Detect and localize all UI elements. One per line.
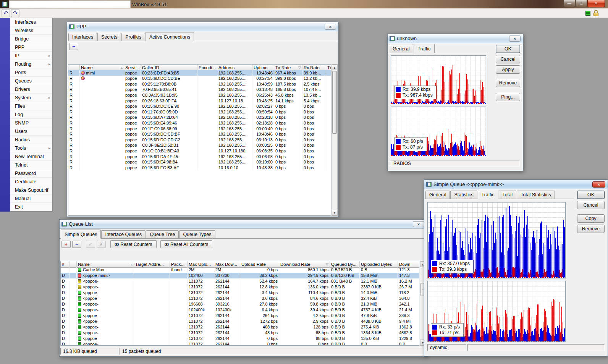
minimize-icon[interactable]: — xyxy=(564,0,575,7)
scroll-down-icon[interactable]: ▼ xyxy=(332,210,337,215)
ppp-connection-row[interactable]: Rpppoe00:15:6D:E4:99:46192.168.255....02… xyxy=(68,120,331,126)
ppp-connection-row[interactable]: Rpppoe00:15:6D:DC:CE:90192.168.255....02… xyxy=(68,104,331,109)
ppp-connection-row[interactable]: Rpppoe00:15:6D:E4:98:B4192.168.255....00… xyxy=(68,159,331,165)
simple-queue-tab-traffic[interactable]: Traffic xyxy=(478,190,498,199)
redo-icon[interactable]: ↷ xyxy=(11,9,19,17)
sidebar-item-log[interactable]: Log xyxy=(10,110,52,119)
simple-queue-cancel-button[interactable]: Cancel xyxy=(577,201,605,209)
unknown-apply-button[interactable]: Apply xyxy=(496,65,520,74)
unknown-cancel-button[interactable]: Cancel xyxy=(496,55,520,63)
ppp-connection-row[interactable]: Rpppoe70:F3:95:B0:65:41192.168.255....00… xyxy=(68,87,331,92)
close-icon[interactable]: × xyxy=(509,36,521,42)
unknown-tab-general[interactable]: General xyxy=(389,45,413,53)
queue-row[interactable]: D<pppoe-13107226214412.8 kbps136.0 kbps0… xyxy=(61,284,419,290)
maximize-icon[interactable]: □ xyxy=(576,0,587,7)
close-icon[interactable]: × xyxy=(587,0,605,7)
queue-row[interactable]: Cache Maxthund...2M2M0 bps860.1 kbps0 B/… xyxy=(61,267,419,273)
sidebar-item-make-supout-rif[interactable]: Make Supout.rif xyxy=(10,186,52,194)
queue-list-titlebar[interactable]: Queue List × xyxy=(60,220,427,229)
enable-icon[interactable]: ✓ xyxy=(86,241,95,248)
ppp-connection-row[interactable]: Rpppoe00:15:6D:DC:CD:C2192.168.255....03… xyxy=(68,137,331,143)
sidebar-item-routing[interactable]: Routing▸ xyxy=(10,60,52,68)
queue-row[interactable]: D<pppoe-131072262144264 bps4.2 kbps0 B/0… xyxy=(61,313,419,319)
sidebar-item-tools[interactable]: Tools▸ xyxy=(10,144,52,152)
queue-list-tab-simple-queues[interactable]: Simple Queues xyxy=(61,230,101,239)
sidebar-item-drivers[interactable]: Drivers xyxy=(10,85,52,94)
sidebar-item-bridge[interactable]: Bridge xyxy=(10,35,52,43)
ppp-connection-row[interactable]: Rpppoe00:25:11:70:B8:0B192.168.255....10… xyxy=(68,81,331,87)
ppp-connection-row[interactable]: Rpppoe00:26:18:63:0F:FA10.127.10.1810:43… xyxy=(68,98,331,104)
ppp-tab-secrets[interactable]: Secrets xyxy=(97,33,121,41)
sidebar-item-snmp[interactable]: SNMP xyxy=(10,119,52,127)
simple-queue-tab-total[interactable]: Total xyxy=(499,191,516,199)
ppp-connection-row[interactable]: Rpppoe00:15:6D:EC:B3:AF10.16.0.1010:43:3… xyxy=(68,165,331,171)
queue-list-tab-interface-queues[interactable]: Interface Queues xyxy=(101,230,146,239)
queue-list-tab-queue-types[interactable]: Queue Types xyxy=(179,230,215,239)
sidebar-item-certificate[interactable]: Certificate xyxy=(10,178,52,186)
sidebar-item-system[interactable]: System▸ xyxy=(10,94,52,102)
ppp-connection-row[interactable]: Rpppoe00:1C:C0:B1:BE:A310.127.10.18006:0… xyxy=(68,148,331,154)
ppp-tab-interfaces[interactable]: Interfaces xyxy=(68,33,97,41)
queue-row[interactable]: D<pppoe-13107226214452.4 kbps164.7 kbps8… xyxy=(61,278,419,284)
scroll-thumb[interactable] xyxy=(332,71,337,134)
ppp-connection-row[interactable]: Rpppoe00:15:6D:DA:4F:45192.168.255....00… xyxy=(68,154,331,160)
remove-icon[interactable]: − xyxy=(72,241,81,248)
add-icon[interactable]: + xyxy=(61,241,71,248)
ppp-connection-row[interactable]: Rpppoe00:1E:C9:06:38:99192.168.255....00… xyxy=(68,126,331,132)
sidebar-item-exit[interactable]: Exit xyxy=(10,203,52,211)
queue-row[interactable]: D<pppoe-1310722621441272 bps2.9 kbps0 B/… xyxy=(61,319,419,324)
sidebar-item-ports[interactable]: Ports xyxy=(10,68,52,77)
unknown-ok-button[interactable]: OK xyxy=(496,45,520,53)
sidebar-item-files[interactable]: Files xyxy=(10,102,52,110)
reset-all-counters-button[interactable]: 00 Reset All Counters xyxy=(160,240,213,248)
unknown-tab-traffic[interactable]: Traffic xyxy=(414,44,434,53)
simple-queue-ok-button[interactable]: OK xyxy=(577,191,605,199)
sidebar-item-interfaces[interactable]: Interfaces xyxy=(10,18,52,26)
queue-row[interactable]: D<pppoe-131072262144408 bps128 bps0 B/0 … xyxy=(61,324,419,330)
ppp-connection-row[interactable]: Rpppoe00:15:6D:DC:CD:BF192.168.255....10… xyxy=(68,131,331,137)
sidebar-item-radius[interactable]: Radius xyxy=(10,136,52,144)
reset-counters-button[interactable]: 00 Reset Counters xyxy=(110,240,157,248)
ppp-connection-row[interactable]: Rmimipppoe00:23:CD:FD:A3:B5192.168.255..… xyxy=(68,70,331,76)
simple-queue-tab-general[interactable]: General xyxy=(425,191,450,199)
undo-icon[interactable]: ↶ xyxy=(2,9,10,17)
sidebar-item-password[interactable]: Password xyxy=(10,169,52,178)
queue-list-tab-queue-tree[interactable]: Queue Tree xyxy=(146,230,179,239)
queue-row[interactable]: D<pppoe-19660839321627.8 kbps59.8 kbps0 … xyxy=(61,301,419,307)
simple-queue-copy-button[interactable]: Copy xyxy=(577,214,605,223)
sidebar-item-ip[interactable]: IP▸ xyxy=(10,52,52,60)
scroll-up-icon[interactable]: ▲ xyxy=(332,65,337,70)
ppp-connection-row[interactable]: RpppoeC8:3A:35:03:1B:95192.168.255....06… xyxy=(68,92,331,98)
simple-queue-remove-button[interactable]: Remove xyxy=(577,225,605,233)
simple-queue-titlebar[interactable]: Simple Queue <<pppoe-mimi>> × xyxy=(424,180,608,189)
queue-row[interactable]: D<pppoe-1310722621443.6 kbps84.6 kbps0 B… xyxy=(61,296,419,301)
unknown-remove-button[interactable]: Remove xyxy=(496,79,520,87)
queue-row[interactable]: D<pppoe-102400k102400k6.4 kbps39.4 kbps0… xyxy=(61,307,419,313)
ppp-connection-row[interactable]: Rpppoe00:11:7C:0C:05:0D192.168.255....00… xyxy=(68,109,331,115)
sidebar-item-new-terminal[interactable]: New Terminal xyxy=(10,152,52,161)
ppp-connection-row[interactable]: RpppoeC0:3F:0E:2D:52:B1192.168.255....00… xyxy=(68,142,331,148)
ppp-connection-row[interactable]: Rpppoe00:15:6D:A7:2D:64192.168.255....02… xyxy=(68,115,331,120)
remove-icon[interactable]: − xyxy=(69,43,78,50)
sidebar-item-queues[interactable]: Queues xyxy=(10,77,52,85)
unknown-ping-button[interactable]: Ping... xyxy=(496,93,520,101)
sidebar-item-telnet[interactable]: Telnet xyxy=(10,161,52,169)
sidebar-item-ppp[interactable]: PPP xyxy=(10,43,52,52)
close-icon[interactable]: × xyxy=(413,221,424,227)
close-icon[interactable]: × xyxy=(325,24,336,30)
sidebar-item-users[interactable]: Users xyxy=(10,127,52,136)
queue-row[interactable]: D<pppoe-1310722621440 bps88 bps0 B/0 B13… xyxy=(61,336,419,341)
simple-queue-tab-total-statistics[interactable]: Total Statistics xyxy=(517,191,555,199)
sidebar-item-manual[interactable]: Manual xyxy=(10,194,52,203)
ppp-tab-active-connections[interactable]: Active Connections xyxy=(146,32,194,41)
close-icon[interactable]: × xyxy=(592,181,605,188)
ppp-connection-row[interactable]: Rpppoe00:15:6D:DC:CD:BE192.168.255....00… xyxy=(68,76,331,81)
ppp-table-scrollbar[interactable]: ▲ ▼ xyxy=(331,64,338,216)
queue-row[interactable]: D<pppoe-13107226214448 bps88 bps0 B/0 B1… xyxy=(61,330,419,336)
ppp-tab-profiles[interactable]: Profiles xyxy=(121,33,145,41)
queue-row[interactable]: D<pppoe-1310722621443.4 kbps110.4 kbps0 … xyxy=(61,290,419,296)
unknown-titlebar[interactable]: unknown × xyxy=(388,34,523,43)
ppp-titlebar[interactable]: PPP × xyxy=(67,22,338,31)
queue-row[interactable]: D<pppoe-mimi>10240030720038.2 kbps294.9 … xyxy=(61,273,419,278)
simple-queue-tab-statistics[interactable]: Statistics xyxy=(450,191,477,199)
